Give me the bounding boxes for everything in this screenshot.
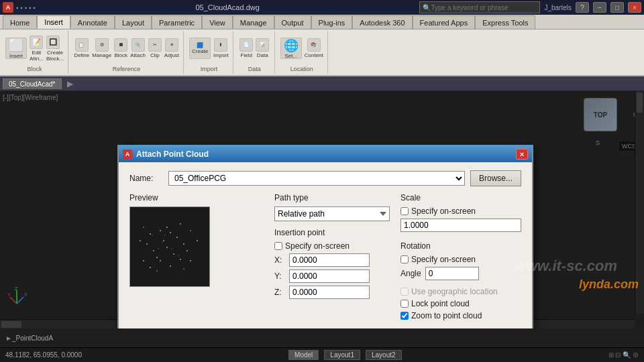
svg-point-13 <box>153 250 154 251</box>
tab-manage[interactable]: Manage <box>233 15 274 29</box>
path-type-select[interactable]: Relative path Full path No path <box>274 206 390 221</box>
lock-cloud-checkbox[interactable] <box>400 300 409 308</box>
field-btn[interactable]: 📄 <box>239 38 253 52</box>
doc-tab-active[interactable]: 05_CloudAcad* <box>3 78 62 89</box>
path-type-label: Path type <box>274 193 390 202</box>
angle-row: Angle <box>400 267 521 280</box>
attach-btn[interactable]: 📎 <box>131 38 145 52</box>
svg-point-11 <box>163 240 164 241</box>
ribbon-group-block: ⬜ Insert 📝 EditAttri... 🔲 CreateBlock...… <box>1 31 68 74</box>
manage-btn[interactable]: ⚙ <box>95 38 109 52</box>
browse-button[interactable]: Browse... <box>470 170 521 186</box>
dialog-body: Name: 05_OfficePCG Browse... Preview <box>119 162 532 328</box>
attach-point-cloud-dialog[interactable]: A Attach Point Cloud × Name: 05_OfficePC… <box>117 145 533 328</box>
insert-btn[interactable]: ⬜ Insert <box>5 38 27 59</box>
scale-specify-label: Specify on-screen <box>411 206 476 216</box>
insertion-point-label: Insertion point <box>274 228 390 237</box>
specify-onscreen-checkbox[interactable] <box>274 242 282 250</box>
dialog-title: Attach Point Cloud <box>136 149 209 159</box>
command-bar: ► _PointCloudA <box>0 328 644 347</box>
data-btn[interactable]: 📊 <box>256 38 269 52</box>
scale-input[interactable] <box>400 219 521 232</box>
title-bar-left: A ▪ ▪ ▪ ▪ ▪ <box>3 2 36 13</box>
tab-view[interactable]: View <box>202 15 233 29</box>
tab-insert[interactable]: Insert <box>37 15 70 29</box>
scale-specify-row: Specify on-screen <box>400 206 521 216</box>
tab-express-tools[interactable]: Express Tools <box>475 15 535 29</box>
tab-annotate[interactable]: Annotate <box>70 15 115 29</box>
import-btn[interactable]: ⬇ <box>214 38 227 52</box>
svg-point-17 <box>173 253 174 255</box>
lock-cloud-row: Lock point cloud <box>400 299 521 308</box>
minimize-btn[interactable]: − <box>593 2 606 13</box>
maximize-btn[interactable]: □ <box>610 2 624 13</box>
ref-icons: 📋 Define ⚙ Manage 🔳 Block 📎 Attach ✂ <box>74 32 179 64</box>
svg-point-32 <box>183 268 184 269</box>
command-text: _PointCloudA <box>12 335 53 342</box>
adjust-btn[interactable]: ☀ <box>165 38 178 52</box>
import-group-label: Import <box>201 64 218 72</box>
block-ref-btn[interactable]: 🔳 <box>114 38 127 52</box>
ribbon-panel: ⬜ Insert 📝 EditAttri... 🔲 CreateBlock...… <box>0 29 644 76</box>
preview-label: Preview <box>129 193 264 202</box>
svg-point-14 <box>166 247 168 248</box>
create-block-btn[interactable]: 🔲 <box>46 36 60 49</box>
ribbon-group-data: 📄 Field 📊 Data Data <box>235 31 275 74</box>
close-btn[interactable]: × <box>628 2 641 13</box>
specify-onscreen-label: Specify on-screen <box>285 241 350 251</box>
tab-autodesk360[interactable]: Autodesk 360 <box>352 15 412 29</box>
tab-parametric[interactable]: Parametric <box>152 15 202 29</box>
define-btn[interactable]: 📋 <box>75 38 89 52</box>
svg-point-21 <box>180 259 181 260</box>
svg-point-33 <box>152 235 153 236</box>
svg-point-29 <box>143 227 144 228</box>
layout2-tab[interactable]: Layout2 <box>366 350 402 360</box>
x-input[interactable] <box>289 253 370 267</box>
name-row: Name: 05_OfficePCG Browse... <box>129 170 521 186</box>
title-bar: A ▪ ▪ ▪ ▪ ▪ 05_CloudAcad.dwg 🔍 J_bartels… <box>0 0 644 15</box>
svg-point-25 <box>140 240 141 241</box>
set-btn[interactable]: 🌐Set... <box>280 38 302 59</box>
svg-point-34 <box>162 241 163 243</box>
scale-specify-checkbox[interactable] <box>400 207 409 215</box>
svg-rect-6 <box>130 207 210 287</box>
tab-featured-apps[interactable]: Featured Apps <box>413 15 476 29</box>
create-btn[interactable]: 🟦Create <box>189 38 211 59</box>
zoom-cloud-label: Zoom to point cloud <box>411 311 482 320</box>
preview-section: Preview <box>129 193 264 323</box>
tab-plugins[interactable]: Plug-ins <box>311 15 353 29</box>
tab-layout[interactable]: Layout <box>115 15 152 29</box>
status-bar: 48.1182, 65.0955, 0.0000 Model Layout1 L… <box>0 347 644 362</box>
dialog-columns: Preview <box>129 193 521 323</box>
data-group-label: Data <box>248 64 261 72</box>
z-label: Z: <box>274 288 285 297</box>
svg-point-38 <box>158 248 159 249</box>
zoom-cloud-checkbox[interactable] <box>400 312 409 320</box>
geo-location-checkbox <box>400 288 409 296</box>
user-label: J_bartels <box>544 4 572 11</box>
y-input[interactable] <box>289 269 370 283</box>
layout1-tab[interactable]: Layout1 <box>324 350 360 360</box>
edit-attribute-btn[interactable]: 📝 <box>30 36 43 49</box>
svg-point-28 <box>180 223 181 225</box>
content-btn[interactable]: 📚 <box>307 38 321 52</box>
y-label: Y: <box>274 272 285 281</box>
svg-point-35 <box>171 248 172 249</box>
search-input[interactable] <box>431 4 537 11</box>
command-input[interactable] <box>53 335 639 342</box>
model-tab[interactable]: Model <box>288 350 319 360</box>
tab-home[interactable]: Home <box>3 15 37 29</box>
ribbon-group-location: 🌐Set... 📚 Content Location <box>276 31 328 74</box>
tab-output[interactable]: Output <box>274 15 311 29</box>
dialog-backdrop[interactable]: A Attach Point Cloud × Name: 05_OfficePC… <box>0 91 644 328</box>
help-btn[interactable]: ? <box>576 2 589 13</box>
angle-input[interactable] <box>425 267 479 280</box>
svg-point-24 <box>190 260 191 261</box>
rotation-specify-checkbox[interactable] <box>400 255 409 263</box>
dialog-close-btn[interactable]: × <box>516 149 528 160</box>
svg-point-15 <box>183 243 184 245</box>
y-coord-row: Y: <box>274 269 390 283</box>
clip-btn[interactable]: ✂ <box>148 38 162 52</box>
name-select[interactable]: 05_OfficePCG <box>168 171 465 186</box>
z-input[interactable] <box>289 286 370 299</box>
